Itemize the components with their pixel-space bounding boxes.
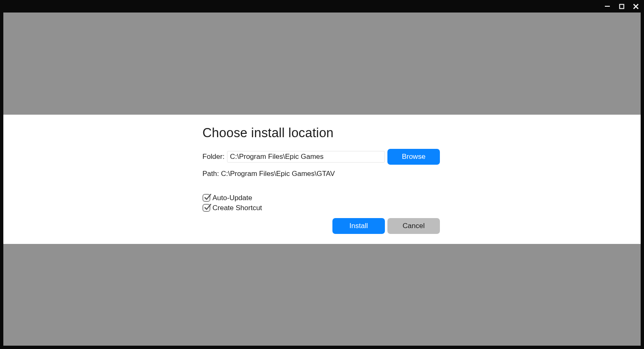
path-label: Path: [202, 170, 221, 178]
checkmark-icon [204, 193, 211, 201]
checkbox-auto-update-label: Auto-Update [212, 194, 252, 202]
checkbox-auto-update-row: Auto-Update [202, 194, 440, 202]
dialog-title: Choose install location [202, 126, 440, 141]
install-button[interactable]: Install [332, 218, 385, 234]
maximize-icon [619, 4, 624, 9]
path-row: Path: C:\Program Files\Epic Games\GTAV [202, 170, 440, 178]
path-value: C:\Program Files\Epic Games\GTAV [221, 170, 334, 178]
browse-button[interactable]: Browse [387, 149, 440, 165]
folder-row: Folder: Browse [202, 149, 440, 165]
checkbox-create-shortcut-row: Create Shortcut [202, 204, 440, 212]
titlebar [0, 0, 644, 13]
install-dialog: Choose install location Folder: Browse P… [3, 115, 641, 244]
checkbox-create-shortcut[interactable] [202, 204, 210, 212]
folder-label: Folder: [202, 153, 225, 161]
maximize-button[interactable] [618, 3, 625, 10]
minimize-button[interactable] [604, 3, 611, 10]
checkbox-create-shortcut-label: Create Shortcut [212, 204, 262, 212]
svg-rect-1 [619, 4, 624, 8]
window: Choose install location Folder: Browse P… [0, 0, 644, 349]
folder-input[interactable] [227, 151, 385, 163]
button-row: Install Cancel [202, 218, 440, 234]
checkmark-icon [204, 203, 211, 211]
minimize-icon [604, 3, 610, 9]
close-icon [633, 3, 639, 10]
window-body: Choose install location Folder: Browse P… [3, 13, 641, 346]
close-button[interactable] [632, 3, 639, 10]
checkbox-auto-update[interactable] [202, 194, 210, 202]
cancel-button[interactable]: Cancel [387, 218, 440, 234]
